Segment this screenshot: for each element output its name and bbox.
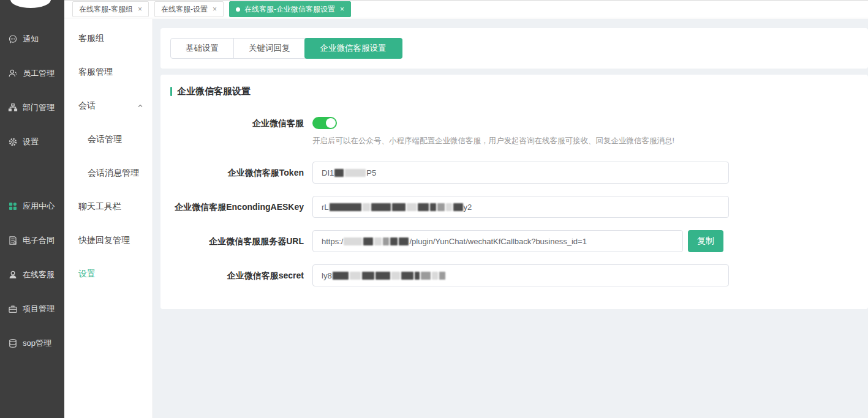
submenu-item-settings[interactable]: 设置 [64, 257, 153, 291]
close-tab-icon[interactable]: × [138, 5, 142, 13]
chevron-up-icon [137, 102, 144, 110]
redacted-text [362, 272, 374, 280]
redacted-text [363, 203, 370, 211]
settings-tab-group: 基础设置 关键词回复 企业微信客服设置 [170, 38, 402, 59]
redacted-text [390, 237, 398, 245]
redacted-text [407, 203, 417, 211]
aeskey-input[interactable]: rL y2 [312, 196, 729, 218]
redacted-text [415, 272, 420, 280]
field-label: 企业微信客服Token [160, 162, 312, 184]
window-tab-settings[interactable]: 在线客服-设置 × [154, 1, 224, 17]
submenu-item-chat-toolbar[interactable]: 聊天工具栏 [64, 190, 153, 223]
sidebar-item-label: 部门管理 [23, 102, 55, 113]
submenu-item-label: 聊天工具栏 [78, 201, 121, 212]
window-tabbar: 在线客服-客服组 × 在线客服-设置 × 在线客服-企业微信客服设置 × [64, 0, 868, 18]
secret-input[interactable]: ly8 [312, 264, 729, 286]
window-tab-label: 在线客服-设置 [161, 4, 208, 15]
window-tab-label: 在线客服-客服组 [79, 4, 133, 15]
submenu-item-label: 设置 [78, 269, 96, 280]
redacted-text [376, 272, 390, 280]
content-tabs-card: 基础设置 关键词回复 企业微信客服设置 [160, 28, 868, 69]
sidebar-item-notifications[interactable]: 通知 [0, 22, 64, 56]
submenu-item-session-message-management[interactable]: 会话消息管理 [64, 156, 153, 190]
redacted-text [391, 272, 400, 280]
form-row-aeskey: 企业微信客服EncondingAESKey rL y2 [160, 196, 868, 218]
gear-icon [8, 137, 18, 147]
primary-nav: 通知 员工管理 部门管理 设置 [0, 22, 64, 360]
submenu-item-kefu-group[interactable]: 客服组 [64, 21, 153, 55]
tab-label: 基础设置 [186, 43, 219, 53]
sidebar-item-label: 在线客服 [23, 269, 55, 280]
sidebar-item-settings[interactable]: 设置 [0, 125, 64, 159]
redacted-text [399, 237, 409, 245]
logo [10, 0, 51, 8]
redacted-text [330, 203, 361, 211]
tab-basic-settings[interactable]: 基础设置 [171, 39, 233, 58]
redacted-text [344, 237, 362, 245]
secret-value-start: ly8 [322, 271, 332, 280]
submenu-item-quick-reply-management[interactable]: 快捷回复管理 [64, 223, 153, 257]
token-value-start: DI1 [322, 168, 334, 177]
tab-label: 关键词回复 [249, 43, 290, 53]
tab-keyword-reply[interactable]: 关键词回复 [233, 39, 305, 58]
window-tab-kefu-group[interactable]: 在线客服-客服组 × [72, 1, 149, 17]
url-value-start: https:/ [322, 237, 343, 246]
sidebar-item-label: 项目管理 [23, 304, 55, 315]
form-row-secret: 企业微信客服secret ly8 [160, 264, 868, 286]
submenu-item-session[interactable]: 会话 [64, 89, 153, 122]
form-row-wechat-kf-toggle: 企业微信客服 [160, 117, 868, 129]
sidebar-item-staff[interactable]: 员工管理 [0, 56, 64, 91]
sidebar-item-label: sop管理 [23, 338, 51, 349]
redacted-text [350, 272, 361, 280]
url-value-end: /plugin/YunChat/wechatKfCallback?busines… [409, 237, 586, 246]
database-icon [8, 338, 18, 348]
redacted-text [430, 203, 436, 211]
redacted-text [392, 203, 406, 211]
submenu-item-session-management[interactable]: 会话管理 [64, 122, 153, 156]
close-tab-icon[interactable]: × [213, 5, 217, 13]
redacted-text [333, 272, 349, 280]
primary-sidebar: 通知 员工管理 部门管理 设置 [0, 0, 64, 418]
app-root: 在线客服-客服组 × 在线客服-设置 × 在线客服-企业微信客服设置 × 通知 [0, 0, 868, 418]
staff-icon [8, 69, 18, 78]
sidebar-item-project-management[interactable]: 项目管理 [0, 292, 64, 326]
close-tab-icon[interactable]: × [340, 5, 344, 13]
form-row-server-url: 企业微信客服服务器URL https:/ /plugin/YunChat/wec… [160, 230, 868, 252]
window-tab-label: 在线客服-企业微信客服设置 [244, 4, 335, 15]
sidebar-item-departments[interactable]: 部门管理 [0, 91, 64, 125]
section-accent-bar [170, 87, 172, 96]
redacted-text [383, 237, 389, 245]
tab-label: 企业微信客服设置 [320, 43, 387, 53]
sidebar-item-label: 设置 [23, 136, 39, 147]
redacted-text [432, 272, 438, 280]
token-input[interactable]: DI1 P5 [312, 162, 729, 184]
department-icon [8, 103, 18, 113]
redacted-text [371, 203, 391, 211]
wechat-kf-help-text: 开启后可以在公众号、小程序端配置企业微信客服，用户发起咨询在线客服可接收、回复企… [312, 136, 868, 146]
submenu-item-label: 会话 [78, 100, 96, 111]
section-header: 企业微信客服设置 [170, 86, 868, 97]
redacted-text [421, 272, 431, 280]
server-url-input[interactable]: https:/ /plugin/YunChat/wechatKfCallback… [312, 230, 683, 252]
sidebar-item-e-contract[interactable]: 电子合同 [0, 223, 64, 258]
notification-icon [8, 34, 18, 44]
sidebar-item-app-center[interactable]: 应用中心 [0, 189, 64, 223]
field-label: 企业微信客服secret [160, 264, 312, 286]
settings-form: 企业微信客服 开启后可以在公众号、小程序端配置企业微信客服，用户发起咨询在线客服… [160, 117, 868, 286]
submenu-item-kefu-management[interactable]: 客服管理 [64, 55, 153, 89]
submenu-item-label: 会话管理 [88, 134, 122, 145]
wechat-kf-toggle[interactable] [312, 117, 337, 129]
sidebar-item-online-service[interactable]: 在线客服 [0, 258, 64, 292]
sidebar-item-sop-management[interactable]: sop管理 [0, 326, 64, 360]
tab-wechat-kf-settings[interactable]: 企业微信客服设置 [304, 38, 402, 59]
sidebar-item-label: 员工管理 [23, 68, 55, 79]
window-tab-wechat-kf-settings[interactable]: 在线客服-企业微信客服设置 × [229, 1, 351, 17]
copy-button[interactable]: 复制 [688, 230, 723, 252]
wechat-kf-settings-card: 企业微信客服设置 企业微信客服 开启后可以在公众号、小程序端配置企业微信客服，用… [160, 75, 868, 309]
redacted-text [334, 169, 344, 177]
submenu-item-label: 快捷回复管理 [78, 235, 130, 246]
redacted-text [437, 203, 445, 211]
section-title: 企业微信客服设置 [177, 86, 251, 97]
field-label: 企业微信客服 [160, 117, 312, 129]
aeskey-value-start: rL [322, 203, 329, 212]
